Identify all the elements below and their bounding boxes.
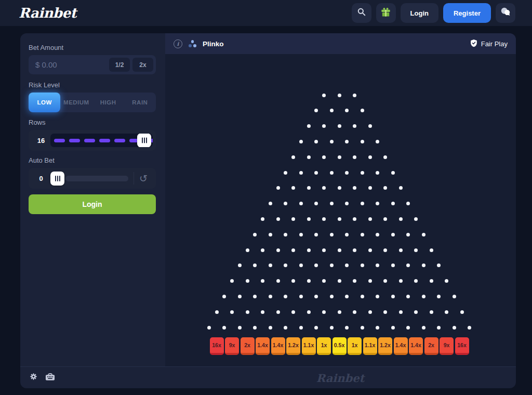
- peg: [307, 217, 311, 221]
- peg: [338, 217, 341, 221]
- peg: [284, 233, 287, 236]
- peg: [276, 279, 280, 283]
- peg: [368, 186, 372, 190]
- peg: [468, 326, 471, 330]
- peg: [376, 171, 379, 175]
- multiplier-bucket: 0.5x: [332, 337, 347, 355]
- peg: [230, 279, 234, 283]
- peg: [238, 326, 242, 330]
- chat-button[interactable]: [496, 3, 515, 23]
- multiplier-bucket: 16x: [455, 337, 469, 355]
- peg: [322, 186, 326, 190]
- peg: [338, 310, 341, 314]
- peg: [391, 171, 395, 175]
- peg: [368, 279, 372, 283]
- peg: [453, 326, 456, 330]
- search-button[interactable]: [352, 3, 371, 23]
- peg: [414, 310, 418, 314]
- peg: [422, 326, 425, 330]
- peg: [353, 186, 356, 190]
- bet-amount-label: Bet Amount: [29, 44, 156, 51]
- settings-button[interactable]: [29, 372, 38, 383]
- keyboard-icon: [45, 372, 55, 383]
- risk-option-low[interactable]: LOW: [29, 93, 60, 112]
- plinko-icon: [189, 40, 196, 47]
- peg: [314, 264, 318, 267]
- peg: [261, 279, 264, 283]
- peg: [353, 155, 356, 159]
- bet-amount-input[interactable]: [35, 60, 107, 69]
- auto-bet-slider-track[interactable]: [50, 172, 134, 186]
- register-button[interactable]: Register: [443, 3, 491, 23]
- peg: [314, 140, 318, 143]
- fair-play-button[interactable]: Fair Play: [470, 39, 508, 49]
- peg: [307, 155, 311, 159]
- peg: [353, 310, 356, 314]
- peg: [353, 217, 356, 221]
- peg: [460, 310, 464, 314]
- peg: [368, 310, 372, 314]
- peg: [338, 279, 341, 283]
- auto-bet-label: Auto Bet: [29, 156, 156, 164]
- peg: [314, 202, 318, 205]
- risk-option-rain[interactable]: RAIN: [124, 93, 156, 112]
- peg: [338, 124, 341, 128]
- peg: [322, 155, 326, 159]
- half-bet-button[interactable]: 1/2: [109, 58, 130, 72]
- peg: [246, 248, 249, 252]
- auto-bet-reset-button[interactable]: ↺: [134, 174, 153, 183]
- peg: [445, 310, 448, 314]
- rewards-button[interactable]: [376, 3, 396, 23]
- peg: [322, 94, 326, 97]
- sidebar-login-button[interactable]: Login: [29, 194, 156, 214]
- peg: [414, 248, 418, 252]
- sidebar-login-label: Login: [82, 200, 102, 208]
- risk-option-high[interactable]: HIGH: [92, 93, 124, 112]
- peg: [276, 186, 280, 190]
- info-icon[interactable]: i: [174, 40, 182, 48]
- peg: [361, 171, 364, 175]
- peg: [284, 295, 287, 298]
- auto-bet-control: 0 ↺: [29, 168, 156, 189]
- rows-label: Rows: [29, 118, 156, 126]
- peg: [253, 264, 257, 267]
- login-button[interactable]: Login: [401, 3, 438, 23]
- hotkeys-button[interactable]: [45, 372, 55, 383]
- panel-footer: Rainbet: [20, 366, 516, 388]
- peg: [314, 233, 318, 236]
- peg: [322, 248, 326, 252]
- peg: [368, 124, 372, 128]
- peg: [299, 295, 303, 298]
- peg: [361, 202, 364, 205]
- risk-option-medium[interactable]: MEDIUM: [60, 93, 92, 112]
- peg: [230, 310, 234, 314]
- auto-bet-slider-handle[interactable]: [50, 172, 64, 186]
- peg: [399, 217, 403, 221]
- peg: [391, 264, 395, 267]
- peg: [430, 279, 433, 283]
- peg: [406, 233, 410, 236]
- peg: [368, 155, 372, 159]
- peg: [353, 124, 356, 128]
- peg: [330, 264, 334, 267]
- peg: [269, 233, 272, 236]
- peg: [284, 264, 287, 267]
- peg: [414, 217, 418, 221]
- peg: [314, 326, 318, 330]
- peg: [299, 326, 303, 330]
- peg: [330, 171, 334, 175]
- peg: [307, 186, 311, 190]
- peg: [238, 295, 242, 298]
- rainbet-logo[interactable]: Rainbet: [19, 5, 76, 21]
- rows-slider-handle[interactable]: [137, 134, 151, 147]
- game-header: i Plinko Fair Play: [165, 33, 516, 54]
- peg: [376, 202, 379, 205]
- gift-icon: [380, 7, 391, 20]
- peg: [261, 248, 264, 252]
- double-bet-button[interactable]: 2x: [132, 58, 153, 72]
- peg: [276, 310, 280, 314]
- peg: [215, 310, 219, 314]
- peg: [383, 310, 387, 314]
- peg: [406, 202, 410, 205]
- rows-slider-track[interactable]: [50, 134, 153, 147]
